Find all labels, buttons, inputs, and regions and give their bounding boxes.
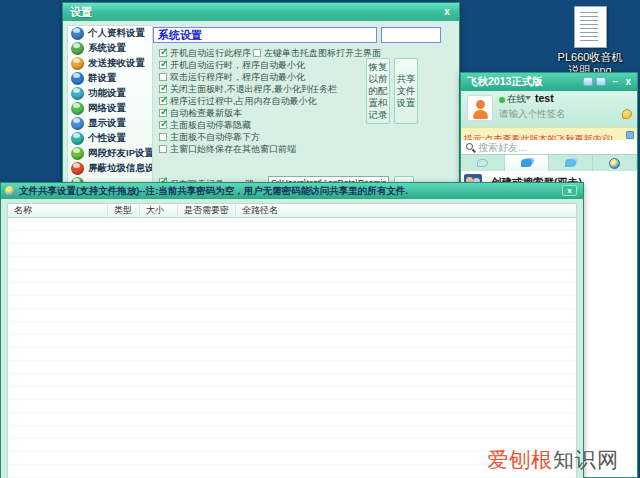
status-text[interactable]: 在线: [507, 93, 526, 106]
personality-icon: [71, 132, 84, 145]
avatar-head: [476, 100, 485, 109]
ip-segment-icon: [71, 147, 84, 160]
shared-files-settings-button[interactable]: 共享文件设置: [394, 58, 418, 124]
desktop-icon-pl660[interactable]: PL660收音机 说明.png: [548, 6, 632, 77]
column-header-size[interactable]: 大小: [140, 204, 178, 217]
checkbox[interactable]: [159, 121, 167, 129]
search-icon: [466, 143, 473, 150]
avatar-body: [473, 110, 488, 119]
option-no-dock-bottom[interactable]: 主面板不自动停靠下方: [159, 131, 459, 143]
tab-sessions[interactable]: [549, 155, 593, 171]
column-header-fullpath[interactable]: 全路径名: [236, 204, 576, 217]
checkbox[interactable]: [159, 49, 167, 57]
block-spam-icon: [71, 162, 84, 175]
group-chat-icon: [521, 159, 532, 167]
checkbox[interactable]: [159, 133, 167, 141]
sidebar-item-function[interactable]: 功能设置: [68, 86, 152, 101]
checkbox[interactable]: [159, 97, 167, 105]
search-bar: [461, 140, 637, 155]
avatar[interactable]: [467, 95, 493, 121]
sessions-icon: [565, 159, 576, 167]
chevron-down-icon[interactable]: [525, 96, 531, 100]
watermark-highlight: 爱刨根: [487, 448, 553, 471]
table-header: 名称 类型 大小 是否需要密码... 全路径名: [8, 204, 576, 218]
display-icon: [71, 117, 84, 130]
sidebar-item-display[interactable]: 显示设置: [68, 116, 152, 131]
column-header-type[interactable]: 类型: [108, 204, 140, 217]
sidebar-item-ip-segment[interactable]: 网段好友IP设置: [68, 146, 152, 161]
feiq-tabs: [461, 155, 637, 171]
column-header-password[interactable]: 是否需要密码...: [178, 204, 236, 217]
desktop: PL660收音机 说明.png 设置 x 个人资料设置 系统设置 发送接: [0, 0, 640, 478]
close-icon[interactable]: x: [562, 185, 577, 196]
restore-config-button[interactable]: 恢复以前的配置和记录: [366, 58, 390, 124]
checkbox[interactable]: [159, 73, 167, 81]
update-notice-bar[interactable]: 提示:点击查看此版本的飞秋更新内容!: [461, 127, 637, 140]
share-file-table: 名称 类型 大小 是否需要密码... 全路径名: [7, 203, 577, 478]
settings-window-title: 设置: [63, 5, 92, 20]
table-body-empty[interactable]: [8, 218, 576, 478]
panel-header: 系统设置: [153, 27, 377, 43]
column-header-name[interactable]: 名称: [8, 204, 108, 217]
notice-close-icon[interactable]: [626, 131, 634, 139]
send-receive-icon: [71, 57, 84, 70]
watermark-rest: 知识网: [553, 448, 619, 471]
option-always-on-top[interactable]: 主窗口始终保存在其他窗口前端: [159, 143, 459, 155]
feiq-window-title: 飞秋2013正式版: [461, 75, 543, 89]
sidebar-item-group[interactable]: 群设置: [68, 71, 152, 86]
share-window-title: 文件共享设置(支持文件拖放)--注:当前共享密码为空，用户无需密码能访问共享里的…: [19, 185, 408, 198]
close-icon[interactable]: x: [625, 76, 631, 87]
chat-bubble-icon: [477, 159, 488, 167]
feiq-profile-area: 在线 test 请输入个性签名: [461, 91, 637, 127]
sidebar-item-system[interactable]: 系统设置: [68, 41, 152, 56]
settings-titlebar[interactable]: 设置 x: [63, 3, 459, 21]
sidebar-item-send-receive[interactable]: 发送接收设置: [68, 56, 152, 71]
feiq-titlebar[interactable]: 飞秋2013正式版 – x: [461, 73, 637, 91]
network-icon: [71, 102, 84, 115]
option-tray-left-click[interactable]: 左键单击托盘图标打开主界面: [253, 47, 381, 59]
panel-header-spacer-box: [381, 27, 441, 43]
sidebar-item-profile[interactable]: 个人资料设置: [68, 26, 152, 41]
checkbox[interactable]: [253, 49, 261, 57]
close-icon[interactable]: x: [440, 6, 454, 18]
sidebar-item-personality[interactable]: 个性设置: [68, 131, 152, 146]
tab-discover[interactable]: [593, 155, 637, 171]
checkbox[interactable]: [159, 61, 167, 69]
share-titlebar[interactable]: 文件共享设置(支持文件拖放)--注:当前共享密码为空，用户无需密码能访问共享里的…: [1, 183, 583, 199]
username: test: [535, 92, 554, 104]
function-icon: [71, 87, 84, 100]
sidebar-item-network[interactable]: 网络设置: [68, 101, 152, 116]
tab-groups[interactable]: [505, 155, 549, 171]
sidebar-item-block-spam[interactable]: 屏蔽垃圾信息设: [68, 161, 152, 176]
panel-header-title: 系统设置: [154, 28, 202, 43]
group-settings-icon: [71, 72, 84, 85]
checkbox[interactable]: [159, 109, 167, 117]
profile-icon: [71, 27, 84, 40]
online-status-icon: [499, 97, 505, 103]
checkbox[interactable]: [159, 85, 167, 93]
system-icon: [71, 42, 84, 55]
search-input[interactable]: [478, 141, 618, 153]
checkbox[interactable]: [159, 145, 167, 153]
edit-signature-icon[interactable]: [622, 109, 632, 119]
image-file-icon: [574, 6, 607, 48]
file-share-window: 文件共享设置(支持文件拖放)--注:当前共享密码为空，用户无需密码能访问共享里的…: [0, 182, 584, 478]
skin-icon[interactable]: [583, 77, 593, 86]
share-window-icon: [5, 186, 15, 196]
compass-icon: [609, 158, 620, 169]
theme-icon[interactable]: [596, 77, 606, 86]
site-watermark: 爱刨根知识网: [487, 446, 619, 474]
signature-placeholder[interactable]: 请输入个性签名: [499, 108, 566, 121]
minimize-icon[interactable]: –: [612, 76, 618, 87]
tab-friends[interactable]: [461, 155, 505, 171]
